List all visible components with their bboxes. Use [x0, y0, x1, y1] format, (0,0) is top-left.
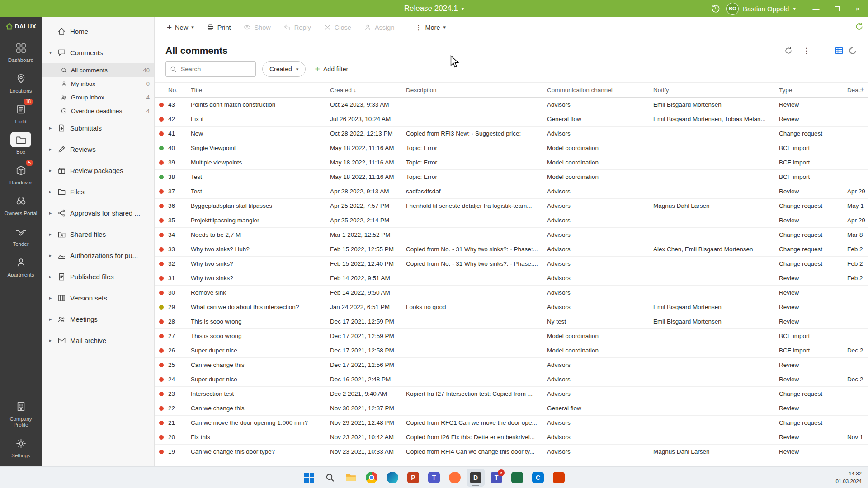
person-icon [15, 257, 27, 268]
table-row-28[interactable]: 28This is sooo wrongDec 17 2021, 12:59 P… [155, 314, 868, 329]
sidebar-item-shared-files[interactable]: ▸Shared files [42, 224, 154, 245]
close-comment-button[interactable]: Close [318, 20, 357, 35]
column-title[interactable]: Title [191, 87, 330, 94]
sidebar-subitem-overdue-deadlines[interactable]: Overdue deadlines4 [42, 104, 154, 117]
taskbar-start[interactable] [300, 469, 318, 487]
sidebar-item-version-sets[interactable]: ▸Version sets [42, 287, 154, 309]
sidebar-subitem-group-inbox[interactable]: Group inbox4 [42, 90, 154, 104]
table-row-32[interactable]: 32Why two sinks?Feb 15 2022, 12:40 PMCop… [155, 257, 868, 271]
column-dea[interactable]: Dea... [847, 87, 868, 94]
table-row-40[interactable]: 40Single ViewpointMay 18 2022, 11:16 AMT… [155, 141, 868, 155]
kebab-menu-icon[interactable]: ⋮ [802, 46, 810, 56]
sync-icon[interactable] [855, 22, 863, 33]
taskbar-teams-chat[interactable]: T2 [487, 469, 505, 487]
user-menu[interactable]: BO Bastian Oppold ▾ [726, 3, 796, 15]
cell-no: 41 [168, 130, 191, 137]
cell-status [155, 189, 168, 194]
show-button[interactable]: Show [237, 20, 276, 35]
table-row-38[interactable]: 38TestMay 18 2022, 11:16 AMTopic: ErrorM… [155, 170, 868, 184]
minimize-button[interactable]: — [806, 0, 826, 17]
table-row-39[interactable]: 39Multiple viewpointsMay 18 2022, 11:16 … [155, 155, 868, 170]
rail-item-tender[interactable]: Tender [2, 221, 40, 251]
table-row-33[interactable]: 33Why two sinks? Huh?Feb 15 2022, 12:55 … [155, 242, 868, 257]
reply-button[interactable]: Reply [278, 20, 317, 35]
sidebar-item-home[interactable]: Home [42, 21, 154, 42]
taskbar-powerpoint[interactable]: P [404, 469, 422, 487]
taskbar-chrome[interactable] [363, 469, 381, 487]
close-button[interactable]: × [847, 0, 868, 17]
taskbar-green-app[interactable] [508, 469, 526, 487]
table-view-icon[interactable] [835, 46, 844, 55]
rail-item-handover[interactable]: 5Handover [2, 159, 40, 190]
sidebar-item-comments[interactable]: ▾Comments [42, 42, 154, 63]
chevron-down-icon: ▾ [443, 25, 446, 30]
taskbar-dalux-box[interactable]: D [467, 469, 485, 487]
chart-view-icon[interactable] [848, 46, 857, 55]
sidebar-item-published-files[interactable]: ▸Published files [42, 266, 154, 287]
table-row-19[interactable]: 19Can we change this door type?Nov 23 20… [155, 445, 868, 459]
new-button[interactable]: + New ▾ [161, 20, 200, 35]
column-no[interactable]: No. [168, 87, 191, 94]
rail-item-apartments[interactable]: Apartments [2, 251, 40, 282]
column-created[interactable]: Created ↓ [330, 87, 406, 94]
table-row-30[interactable]: 30Remove sinkFeb 14 2022, 9:50 AMAdvisor… [155, 286, 868, 300]
taskbar-search[interactable] [321, 469, 339, 487]
rail-item-dashboard[interactable]: Dashboard [2, 37, 40, 67]
rail-item-locations[interactable]: Locations [2, 67, 40, 98]
sidebar-subitem-my-inbox[interactable]: My inbox0 [42, 77, 154, 90]
taskbar-red-app[interactable] [550, 469, 568, 487]
table-row-23[interactable]: 23Intersection testDec 2 2021, 9:40 AMKo… [155, 387, 868, 401]
table-row-41[interactable]: 41NewOct 28 2022, 12:13 PMCopied from RF… [155, 127, 868, 141]
print-button[interactable]: Print [201, 20, 237, 35]
table-row-31[interactable]: 31Why two sinks?Feb 14 2022, 9:51 AMAdvi… [155, 271, 868, 286]
maximize-button[interactable] [826, 0, 847, 17]
column-notify[interactable]: Notify [653, 87, 779, 94]
rail-item-box[interactable]: Box [2, 128, 40, 159]
table-row-29[interactable]: 29What can we do about this intersection… [155, 300, 868, 314]
table-row-24[interactable]: 24Super duper niceDec 16 2021, 2:48 PMAd… [155, 372, 868, 387]
rail-item-company-profile[interactable]: Company Profile [0, 395, 42, 432]
taskbar-clock[interactable]: 14:32 01.03.2024 [835, 470, 868, 484]
column-communication-channel[interactable]: Communication channel [547, 87, 653, 94]
add-column-icon[interactable]: + [860, 85, 864, 94]
history-icon[interactable] [711, 4, 720, 13]
table-row-34[interactable]: 34Needs to be 2,7 MMar 1 2022, 12:52 PMA… [155, 228, 868, 242]
assign-button[interactable]: Assign [358, 20, 401, 35]
sidebar-item-approvals-for-shared[interactable]: ▸Approvals for shared ... [42, 202, 154, 224]
table-row-25[interactable]: 25Can we change thisDec 17 2021, 12:56 P… [155, 358, 868, 372]
table-row-37[interactable]: 37TestApr 28 2022, 9:13 AMsadfasdfsdafAd… [155, 184, 868, 199]
table-row-35[interactable]: 35Projekttilpasning manglerApr 25 2022, … [155, 213, 868, 228]
sidebar-item-reviews[interactable]: ▸Reviews [42, 139, 154, 160]
sidebar-item-meetings[interactable]: ▸Meetings [42, 309, 154, 330]
table-row-22[interactable]: 22Can we change thisNov 30 2021, 12:37 P… [155, 401, 868, 416]
release-selector[interactable]: Release 2024.1 ▾ [404, 4, 464, 13]
rail-item-field[interactable]: 18Field [2, 98, 40, 129]
sidebar-item-mail-archive[interactable]: ▸Mail archive [42, 330, 154, 351]
taskbar-edge[interactable] [383, 469, 401, 487]
refresh-icon[interactable] [784, 47, 793, 55]
sidebar-item-authorizations-for-pu[interactable]: ▸Authorizations for pu... [42, 245, 154, 266]
search-input[interactable] [180, 65, 251, 73]
taskbar-file-explorer[interactable] [342, 469, 360, 487]
taskbar-firefox[interactable] [446, 469, 464, 487]
sidebar-item-files[interactable]: ▸Files [42, 181, 154, 202]
table-row-42[interactable]: 42Fix itJul 26 2023, 10:24 AMGeneral flo… [155, 112, 868, 127]
more-button[interactable]: ⋮ More ▾ [409, 20, 452, 35]
table-row-27[interactable]: 27This is sooo wrongDec 17 2021, 12:59 P… [155, 329, 868, 343]
column-type[interactable]: Type [779, 87, 847, 94]
rail-item-settings[interactable]: Settings [0, 432, 42, 463]
taskbar-code-app[interactable]: C [529, 469, 547, 487]
rail-item-owners-portal[interactable]: Owners Portal [2, 190, 40, 221]
sidebar-subitem-all-comments[interactable]: All comments40 [42, 63, 154, 77]
table-row-21[interactable]: 21Can we move the door opening 1.000 mm?… [155, 416, 868, 430]
taskbar-teams[interactable]: T [425, 469, 443, 487]
table-row-43[interactable]: 43Points don't match constructionOct 24 … [155, 98, 868, 112]
sidebar-item-submittals[interactable]: ▸Submittals [42, 117, 154, 139]
sidebar-item-review-packages[interactable]: ▸Review packages [42, 160, 154, 181]
table-row-20[interactable]: 20Fix thisNov 23 2021, 10:42 AMCopied fr… [155, 430, 868, 445]
add-filter-button[interactable]: + Add filter [312, 65, 351, 73]
created-filter-dropdown[interactable]: Created ▾ [262, 61, 306, 77]
column-description[interactable]: Description [406, 87, 547, 94]
table-row-26[interactable]: 26Super duper niceDec 17 2021, 12:58 PMM… [155, 343, 868, 358]
table-row-36[interactable]: 36Byggepladsplan skal tilpassesApr 25 20… [155, 199, 868, 213]
